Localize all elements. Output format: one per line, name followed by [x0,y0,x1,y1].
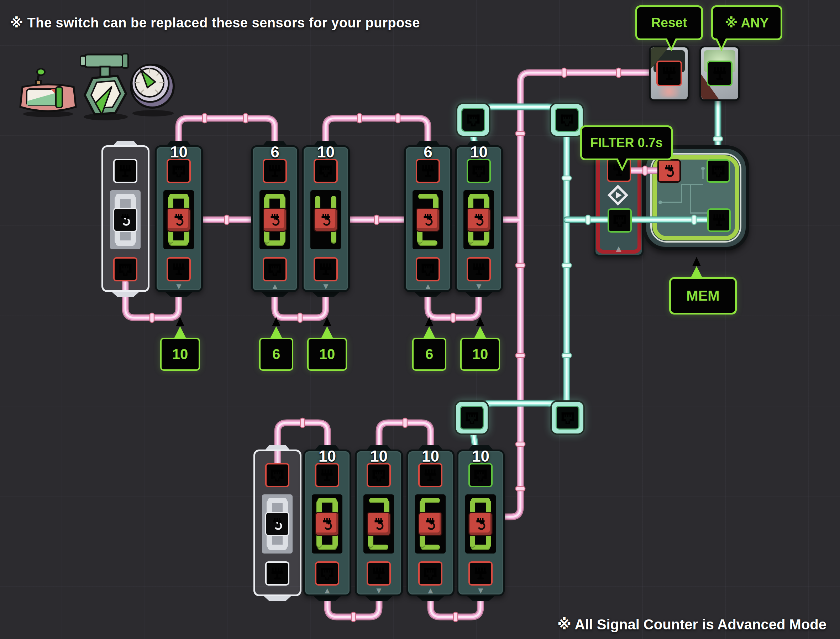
signal-counter-top-3[interactable]: 10 ▼ [302,145,350,292]
wire-bridge-endpoint[interactable] [456,103,490,137]
counter-limit-label: 6 [404,143,452,161]
counter-limit-label: 10 [155,143,203,161]
motion-sensor-icon [16,68,80,118]
flow-arrow-icon: ▲ [406,586,455,596]
annotation-switch-note: ※ The switch can be replaced these senso… [10,15,420,31]
counter-bottom-notch [312,291,340,297]
input-port-icon[interactable] [166,159,191,183]
output-port-icon[interactable] [707,60,732,86]
output-port-icon[interactable] [467,257,491,281]
wire-bridge-endpoint[interactable] [455,401,489,435]
memory-toggle[interactable] [642,145,749,250]
tooltip-tail [715,38,728,51]
reset-port-icon[interactable] [658,159,681,183]
input-port-icon[interactable] [707,159,730,183]
counter-bottom-notch [417,596,445,601]
signal-counter-top-4[interactable]: 6 ▲ [404,145,452,292]
counter-bottom-notch [165,291,193,297]
input-port-icon[interactable] [468,463,493,487]
filter-tooltip-label: FILTER 0.7s [590,135,662,150]
input-port-icon[interactable] [113,257,137,281]
filter-tooltip: FILTER 0.7s [580,126,673,160]
mem-tooltip: MEM [669,277,737,315]
counter-limit-label: 10 [456,447,505,465]
ghost-switch-counter-top[interactable] [101,145,149,292]
bridge-port-icon [556,406,580,429]
output-port-icon[interactable] [367,561,391,586]
output-port-icon[interactable] [166,257,191,281]
output-port-icon[interactable] [113,159,137,183]
signal-counter-top-1[interactable]: 10 ▼ [155,145,203,292]
counter-callout: 6 [412,338,446,371]
reset-port-icon[interactable] [265,512,289,536]
output-port-icon[interactable] [263,159,287,183]
flow-arrow-icon: ▲ [404,281,452,291]
flow-arrow-icon: ▼ [455,281,503,291]
counter-bottom-notch [313,596,342,601]
reset-port-icon[interactable] [166,208,191,232]
bridge-port-icon [555,108,579,132]
tooltip-tail [474,326,487,339]
counter-limit-label: 10 [302,143,350,161]
flow-arrow-icon: ▼ [302,281,350,291]
wire-bridge-endpoint[interactable] [550,401,585,435]
reset-port-icon[interactable] [416,208,440,232]
counter-callout: 6 [259,338,293,371]
signal-counter-bottom-2[interactable]: 10 ▼ [355,450,403,596]
any-tooltip-label: ※ ANY [725,15,769,31]
gauge-sensor-icon [79,48,132,121]
counter-callout: 10 [307,338,347,371]
output-port-icon[interactable] [314,257,338,281]
output-port-icon[interactable] [265,561,289,586]
flow-arrow-icon: ▼ [456,586,505,596]
input-port-icon[interactable] [416,257,440,281]
input-port-icon[interactable] [315,561,339,586]
reset-port-icon[interactable] [314,208,338,232]
counter-callout: 10 [160,338,200,371]
reset-port-icon[interactable] [315,512,339,536]
reset-port-icon[interactable] [418,512,442,536]
output-port-icon[interactable] [656,60,682,86]
output-port-icon[interactable] [315,463,339,487]
callout-value: 10 [319,346,335,362]
input-port-icon[interactable] [263,257,287,281]
input-port-icon[interactable] [367,463,391,487]
reset-signal-switch[interactable] [649,46,689,101]
output-port-icon[interactable] [418,463,442,487]
counter-limit-label: 10 [355,447,403,465]
reset-port-icon[interactable] [467,208,491,232]
bridge-port-icon [461,108,485,132]
tooltip-tail [665,38,678,51]
signal-counter-top-5[interactable]: 10 ▼ [455,145,503,292]
input-port-icon[interactable] [418,561,442,586]
counter-bottom-notch [111,291,140,297]
any-signal-switch[interactable] [699,46,740,101]
output-port-icon[interactable] [707,208,731,232]
reset-port-icon[interactable] [468,512,493,536]
callout-value: 10 [172,346,188,362]
counter-callout: 10 [460,338,500,371]
signal-counter-bottom-1[interactable]: 10 ▲ [303,450,351,596]
signal-counter-bottom-3[interactable]: 10 ▲ [406,450,455,596]
counter-bottom-notch [467,596,495,601]
flow-arrow-icon: ▼ [355,586,403,596]
input-port-icon[interactable] [314,159,338,183]
input-port-icon[interactable] [265,463,289,487]
reset-port-icon[interactable] [113,208,137,232]
ghost-switch-counter-bottom[interactable] [254,450,301,596]
flow-arrow-icon: ▲ [303,586,351,596]
output-port-icon[interactable] [468,561,493,586]
tooltip-tail [690,266,703,279]
input-port-icon[interactable] [467,159,491,183]
any-tooltip: ※ ANY [711,5,782,40]
signal-counter-top-2[interactable]: 6 ▲ [251,145,299,292]
wire-bridge-endpoint[interactable] [550,103,584,137]
input-port-icon[interactable] [608,208,632,233]
reset-port-icon[interactable] [367,512,391,536]
signal-counter-bottom-4[interactable]: 10 ▼ [456,450,505,596]
output-port-icon[interactable] [416,159,440,183]
annotation-advanced-mode: ※ All Signal Counter is Advanced Mode [557,616,826,633]
tooltip-tail [174,326,187,339]
reset-port-icon[interactable] [263,208,287,232]
tooltip-tail [616,159,629,171]
